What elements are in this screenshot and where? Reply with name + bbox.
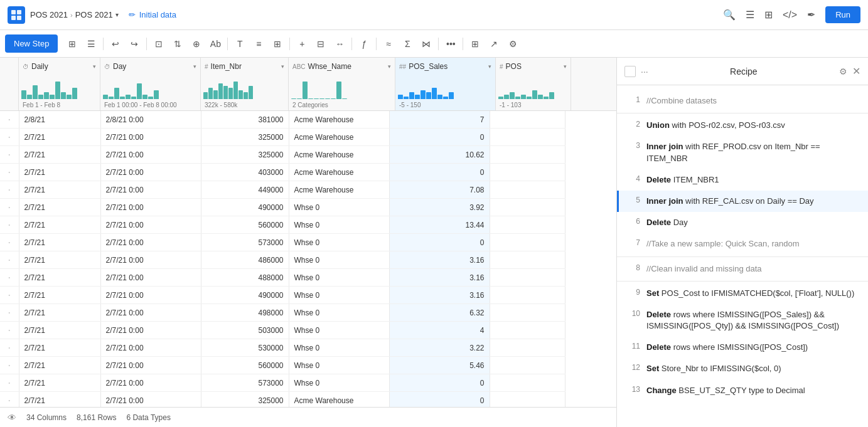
table-cell	[490, 111, 565, 129]
row-indicator-header	[0, 58, 19, 110]
table-row: ·2/7/212/7/21 0:00449000Acme Warehouse7.…	[0, 181, 565, 199]
more-icon[interactable]: •••	[441, 34, 460, 53]
table-cell	[490, 392, 565, 408]
recipe-step[interactable]: 2Union with POS-r02.csv, POS-r03.csv	[617, 115, 868, 136]
table-cell: 2/7/21	[19, 269, 100, 287]
table-cell: Whse 0	[289, 304, 389, 322]
columns-icon[interactable]: ⊞	[764, 9, 773, 21]
join-icon[interactable]: ⋈	[417, 34, 436, 53]
table-cell: 498000	[201, 304, 289, 322]
breadcrumb-parent[interactable]: POS 2021	[30, 10, 68, 19]
fx-icon[interactable]: ƒ	[355, 34, 373, 53]
row-dot: ·	[0, 392, 19, 408]
table-cell: 573000	[201, 234, 289, 251]
undo-icon[interactable]: ↩	[106, 34, 125, 53]
col-caret-pos[interactable]: ▾	[564, 63, 567, 70]
ab-icon[interactable]: Ab	[206, 34, 225, 53]
col-caret-daily[interactable]: ▾	[93, 63, 96, 70]
type-icon[interactable]: ⊞	[268, 34, 287, 53]
table-cell: Whse 0	[289, 234, 389, 251]
recipe-step-num: 7	[629, 238, 640, 247]
col-name-daily[interactable]: Daily	[31, 62, 93, 71]
pen-icon[interactable]: ✒	[807, 9, 815, 21]
recipe-step-text: Union with POS-r02.csv, POS-r03.csv	[646, 120, 785, 131]
recipe-step[interactable]: 1//Combine datasets	[617, 90, 868, 112]
step-label[interactable]: Initial data	[139, 10, 176, 19]
add-col-icon[interactable]: +	[292, 34, 311, 53]
align-icon[interactable]: ≡	[249, 34, 268, 53]
sample-icon[interactable]: ⊞	[466, 34, 485, 53]
format-icon[interactable]: T	[230, 34, 249, 53]
col-name-possales[interactable]: POS_Sales	[409, 62, 488, 71]
recipe-step[interactable]: 10Delete rows where ISMISSING([POS_Sales…	[617, 304, 868, 337]
export-icon[interactable]: ↗	[485, 34, 503, 53]
recipe-step-num: 5	[629, 196, 640, 204]
sort-icon[interactable]: ⇅	[168, 34, 187, 53]
new-step-button[interactable]: New Step	[5, 34, 58, 53]
redo-icon[interactable]: ↪	[125, 34, 144, 53]
table-cell: Acme Warehouse	[289, 111, 389, 129]
top-header: POS 2021 › POS 2021 ▾ ✏ Initial data 🔍 ☰…	[0, 0, 868, 30]
table-cell	[490, 199, 565, 216]
col-caret-day[interactable]: ▾	[193, 63, 196, 70]
recipe-gear-icon[interactable]: ⚙	[839, 66, 847, 76]
main-layout: ⏱ Daily ▾ Feb 1 - Feb 8	[0, 58, 868, 427]
table-cell: 0	[389, 129, 490, 146]
recipe-step[interactable]: 9Set POS_Cost to IFMISMATCHED($col, ['Fl…	[617, 283, 868, 304]
del-col-icon[interactable]: ⊟	[311, 34, 330, 53]
recipe-square-icon[interactable]	[624, 66, 636, 77]
col-name-item[interactable]: Item_Nbr	[211, 62, 281, 71]
recipe-step[interactable]: 12Set Store_Nbr to IFMISSING($col, 0)	[617, 358, 868, 379]
table-cell	[490, 129, 565, 146]
table-cell	[490, 357, 565, 374]
recipe-step[interactable]: 6Delete Day	[617, 212, 868, 233]
col-header-day: ⏱ Day ▾ Feb 1 00:00 - Feb 8 00:00	[100, 58, 201, 110]
table-row: ·2/8/212/8/21 0:00381000Acme Warehouse7	[0, 111, 565, 129]
table-cell: 2/7/21	[19, 322, 100, 339]
table-cell: 2/7/21 0:00	[100, 251, 201, 269]
col-caret-whse[interactable]: ▾	[388, 63, 391, 70]
search-icon[interactable]: 🔍	[723, 9, 736, 21]
recipe-step[interactable]: 7//Take a new sample: Quick Scan, random	[617, 233, 868, 255]
table-row: ·2/7/212/7/21 0:00530000Whse 03.22	[0, 339, 565, 357]
recipe-step[interactable]: 4Delete ITEM_NBR1	[617, 169, 868, 191]
recipe-close-icon[interactable]: ✕	[852, 65, 860, 77]
svg-rect-1	[17, 10, 21, 14]
table-cell: 530000	[201, 339, 289, 357]
col-caret-item[interactable]: ▾	[281, 63, 284, 70]
col-caret-possales[interactable]: ▾	[488, 63, 491, 70]
col-hist-item	[201, 75, 288, 100]
table-cell: 0	[389, 234, 490, 251]
breadcrumb-current[interactable]: POS 2021	[75, 10, 113, 19]
table-cell: 0	[389, 164, 490, 181]
grid-icon[interactable]: ⊞	[63, 34, 82, 53]
col-name-day[interactable]: Day	[113, 62, 193, 71]
filter-icon[interactable]: ≈	[379, 34, 398, 53]
recipe-step[interactable]: 3Inner join with REF_PROD.csv on Item_Nb…	[617, 136, 868, 169]
menu-icon[interactable]: ☰	[82, 34, 100, 53]
run-button[interactable]: Run	[825, 6, 860, 23]
table-cell: 325000	[201, 129, 289, 146]
table-cell: 490000	[201, 287, 289, 304]
table-cell	[490, 339, 565, 357]
col-name-whse[interactable]: Whse_Name	[308, 62, 388, 71]
table-cell: 3.16	[389, 287, 490, 304]
split-icon[interactable]: ⊡	[149, 34, 168, 53]
recipe-more-icon[interactable]: ···	[641, 66, 648, 76]
recipe-step-text: Delete ITEM_NBR1	[646, 174, 719, 186]
recipe-step[interactable]: 8//Clean invalid and missing data	[617, 258, 868, 280]
col-name-pos[interactable]: POS	[506, 62, 564, 71]
recipe-header-left: ···	[624, 66, 648, 77]
recipe-step[interactable]: 13Change BSE_UT_SZ_QTY type to Decimal	[617, 380, 868, 401]
col-range-daily: Feb 1 - Feb 8	[19, 100, 100, 110]
table-cell	[490, 322, 565, 339]
settings-icon[interactable]: ⚙	[503, 34, 522, 53]
aggregate-icon[interactable]: Σ	[398, 34, 417, 53]
recipe-step[interactable]: 5Inner join with REF_CAL.csv on Daily ==…	[617, 191, 868, 212]
move-col-icon[interactable]: ↔	[330, 34, 349, 53]
code-icon[interactable]: </>	[783, 9, 797, 21]
recipe-step[interactable]: 11Delete rows where ISMISSING([POS_Cost]…	[617, 337, 868, 358]
table-cell: Whse 0	[289, 374, 389, 392]
list-icon[interactable]: ☰	[746, 9, 754, 21]
merge-icon[interactable]: ⊕	[187, 34, 206, 53]
